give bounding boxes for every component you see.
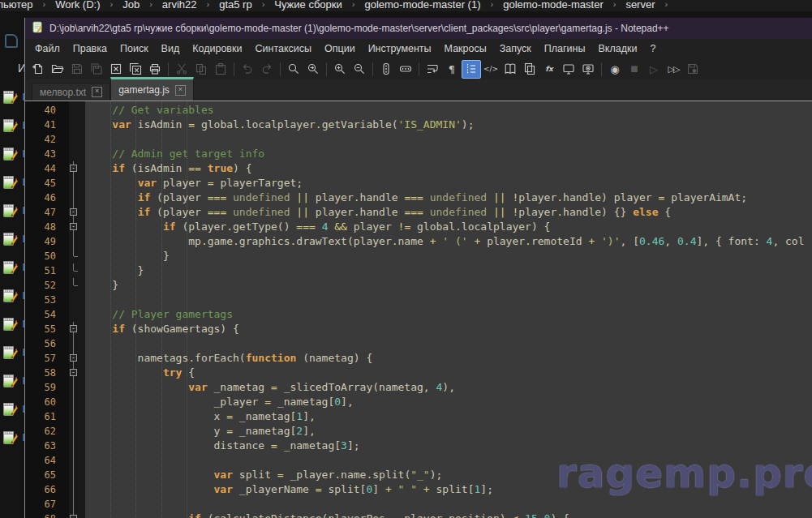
menu-item-вид[interactable]: Вид (155, 41, 187, 57)
breadcrumb-item[interactable]: golemo-mode-master (1) (363, 0, 482, 11)
toolbar-monitoring-button[interactable] (578, 60, 598, 79)
toolbar-sync-horizontal-button[interactable] (396, 60, 415, 79)
breadcrumb-item[interactable]: arvih22 (161, 0, 199, 11)
line-number: 67 (25, 497, 62, 512)
file-icon[interactable] (2, 345, 23, 361)
fold-gutter-cell (62, 482, 85, 497)
toolbar-new-file-button[interactable] (28, 60, 48, 79)
close-icon[interactable]: × (175, 85, 186, 96)
toolbar-sync-vertical-button[interactable] (376, 60, 396, 79)
menu-item-кодировки[interactable]: Кодировки (186, 41, 248, 57)
chevron-right-icon: › (491, 0, 494, 9)
fold-collapse-icon[interactable]: - (70, 354, 77, 362)
toolbar-open-file-button[interactable] (48, 60, 67, 79)
fold-marker[interactable]: - (62, 322, 85, 336)
fold-marker[interactable]: - (62, 351, 85, 366)
menu-item-правка[interactable]: Правка (67, 41, 114, 57)
menu-item-вкладки[interactable]: Вкладки (591, 41, 643, 57)
file-icon[interactable] (2, 373, 23, 389)
toolbar-zoom-in-button[interactable] (330, 60, 350, 79)
toolbar-indent-guide-button[interactable] (462, 60, 481, 79)
toolbar-doc-map-button[interactable] (501, 60, 520, 79)
fold-collapse-icon[interactable]: - (70, 208, 77, 216)
menu-item-опции[interactable]: Опции (318, 41, 362, 57)
menu-item-инструменты[interactable]: Инструменты (362, 41, 438, 57)
window-title: D:\job\arvih22\gta5 rp\чужие сборки\gole… (49, 23, 669, 34)
menu-item-плагины[interactable]: Плагины (538, 41, 592, 57)
fold-collapse-icon[interactable]: - (70, 515, 77, 518)
file-icon[interactable] (2, 430, 23, 446)
file-icon[interactable] (2, 174, 23, 191)
breadcrumb-item[interactable]: gta5 rp (217, 0, 253, 11)
file-icon[interactable] (2, 288, 23, 304)
toolbar-code-view-button[interactable]: </> (481, 60, 501, 79)
line-number: 55 (25, 322, 62, 336)
fold-collapse-icon[interactable]: - (70, 325, 77, 332)
toolbar-monitor-button[interactable] (559, 60, 578, 79)
toolbar-zoom-out-button[interactable] (350, 60, 369, 79)
toolbar-close-all-button[interactable] (126, 60, 145, 79)
menu-item-файл[interactable]: Файл (28, 41, 67, 57)
toolbar-macro-play-multi-button[interactable]: ▷▷ (664, 60, 683, 79)
toolbar-separator (372, 62, 373, 76)
toolbar-separator (326, 62, 327, 76)
menu-item-поиск[interactable]: Поиск (114, 41, 155, 57)
fold-marker[interactable]: - (62, 161, 85, 176)
toolbar-close-button[interactable] (106, 60, 126, 79)
fold-collapse-icon[interactable]: - (70, 369, 77, 376)
toolbar-separator (280, 62, 281, 76)
line-number: 61 (25, 409, 62, 424)
tab-gamertag.js[interactable]: gamertag.js× (110, 77, 194, 101)
toolbar-print-button[interactable] (145, 60, 165, 79)
fold-collapse-icon[interactable]: - (70, 223, 77, 230)
fold-gutter-cell (62, 118, 85, 132)
code-text: y = _nametag[2], (85, 424, 316, 439)
fold-gutter-cell (62, 191, 85, 205)
tab-мелвор.txt[interactable]: мелвор.txt× (32, 83, 110, 101)
fold-collapse-icon[interactable]: - (70, 165, 77, 172)
editor[interactable]: 40 // Get variables41 var isAdmin = glob… (25, 101, 812, 518)
toolbar-find-button[interactable] (284, 60, 303, 79)
close-icon[interactable]: × (92, 87, 102, 97)
file-icon[interactable] (2, 146, 23, 162)
toolbar-word-wrap-button[interactable] (423, 60, 442, 79)
toolbar-separator (601, 62, 602, 76)
file-icon[interactable] (2, 203, 23, 219)
fold-gutter-cell (62, 497, 85, 512)
fold-gutter-cell (62, 424, 85, 439)
toolbar-redo-button (257, 60, 277, 79)
menu-item-макросы[interactable]: Макросы (438, 41, 493, 57)
menu-item-?[interactable]: ? (643, 41, 662, 57)
toolbar-replace-button[interactable] (303, 60, 323, 79)
code-text: } (85, 249, 170, 263)
toolbar-show-all-chars-button[interactable]: ¶ (442, 60, 462, 79)
chevron-right-icon: › (149, 0, 153, 9)
fold-marker[interactable]: - (62, 512, 85, 518)
menu-item-синтаксисы[interactable]: Синтаксисы (248, 41, 318, 57)
fold-marker[interactable]: - (62, 205, 85, 220)
file-icon[interactable] (2, 89, 23, 105)
fold-marker[interactable]: - (62, 220, 85, 234)
toolbar-doc-list-button[interactable] (520, 60, 539, 79)
file-icon[interactable] (2, 259, 23, 276)
file-icon[interactable] (2, 401, 23, 417)
redo-icon (260, 62, 273, 75)
toolbar-copy-button (191, 60, 211, 79)
explorer-toolbar-fragment-icon (5, 34, 18, 48)
menu-item-запуск[interactable]: Запуск (493, 41, 538, 57)
toolbar-function-list-button[interactable]: fx (539, 60, 559, 79)
chevron-right-icon: › (206, 0, 209, 9)
breadcrumb-item[interactable]: Чужие сборки (273, 0, 343, 11)
breadcrumb-item[interactable]: Job (121, 0, 141, 11)
breadcrumb-item[interactable]: мпьютер (0, 0, 34, 11)
file-icon[interactable] (2, 316, 23, 332)
breadcrumb-item[interactable]: server (624, 0, 656, 11)
fold-marker[interactable]: - (62, 366, 85, 380)
file-icon[interactable] (2, 118, 23, 134)
toolbar-macro-record-button[interactable]: ◉ (605, 60, 625, 79)
title-bar[interactable]: D:\job\arvih22\gta5 rp\чужие сборки\gole… (25, 18, 812, 39)
menu-bar: ФайлПравкаПоискВидКодировкиСинтаксисыОпц… (25, 39, 812, 58)
breadcrumb-item[interactable]: Work (D:) (54, 0, 101, 11)
breadcrumb-item[interactable]: golemo-mode-master (501, 0, 605, 11)
file-icon[interactable] (2, 231, 23, 247)
